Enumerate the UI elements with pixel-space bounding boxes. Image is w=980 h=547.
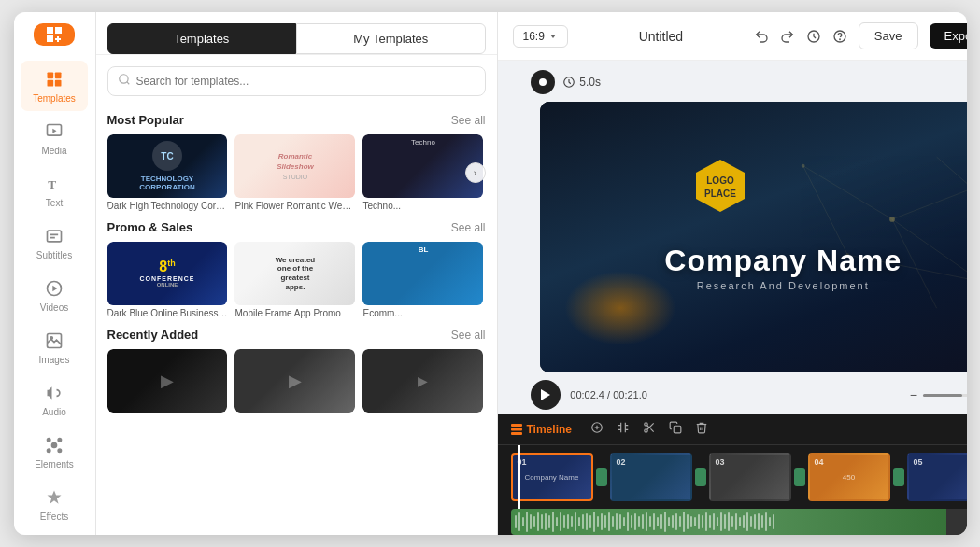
sidebar-label-text: Text — [46, 198, 63, 208]
clip-label-1: Company Name — [521, 473, 583, 482]
template-card-tech[interactable]: TC TECHNOLOGYCORPORATION Dark High Techn… — [107, 134, 228, 211]
clip-label-4: 450 — [839, 473, 859, 482]
timeline-clip-2[interactable]: 02 — [610, 453, 692, 501]
templates-tabs: Templates My Templates — [96, 12, 497, 55]
svg-point-14 — [58, 439, 61, 442]
sidebar-item-images[interactable]: Images — [21, 322, 88, 372]
timeline-split-button[interactable] — [615, 419, 632, 439]
template-card-app[interactable]: We createdone of thegreatestapps. Mobile… — [234, 242, 355, 318]
template-card-recent-3[interactable]: ▶ — [362, 349, 483, 413]
editor-topbar: 16:9 Save Export — [498, 12, 967, 61]
title-input[interactable] — [579, 29, 743, 44]
sidebar-item-audio[interactable]: Audio — [21, 374, 88, 425]
svg-line-26 — [892, 175, 966, 219]
template-card-wedding[interactable]: RomanticSlideshow STUDIO Pink Flower Rom… — [234, 134, 355, 211]
clip-connector-1 — [595, 453, 608, 501]
canvas-toolbar: 5.0s — [531, 70, 966, 94]
conn-icon-3 — [794, 468, 805, 486]
promo-sales-see-all[interactable]: See all — [451, 221, 486, 234]
sidebar-item-effects[interactable]: Effects — [21, 479, 88, 529]
company-subtitle-text: Research And Development — [540, 280, 966, 291]
canvas-background: LOGO PLACE Company Name Research And Dev… — [540, 102, 966, 372]
timeline-clip-3[interactable]: 03 — [709, 453, 791, 501]
most-popular-scroll-btn[interactable]: › — [465, 162, 486, 183]
timeline-clip-1[interactable]: 01 Company Name — [511, 453, 593, 501]
sidebar-item-subtitles[interactable]: Subtitles — [21, 217, 88, 268]
timeline-add-button[interactable] — [589, 419, 605, 439]
recently-added-see-all[interactable]: See all — [451, 329, 486, 342]
export-label: Export — [944, 29, 967, 43]
volume-minus-icon[interactable]: − — [910, 387, 917, 402]
promo-sales-grid: 8th CONFERENCE ONLINE Dark Blue Online B… — [107, 242, 486, 318]
clip-num-4: 04 — [815, 457, 824, 467]
conn-icon-1 — [596, 468, 607, 486]
aspect-ratio-button[interactable]: 16:9 — [513, 25, 568, 48]
timeline-copy-button[interactable] — [667, 419, 684, 439]
videos-icon — [43, 277, 65, 300]
svg-rect-42 — [511, 424, 522, 427]
template-card-ecom[interactable]: BL Ecomm... — [362, 242, 483, 318]
timeline-cut-button[interactable] — [641, 419, 658, 439]
template-card-conference[interactable]: 8th CONFERENCE ONLINE Dark Blue Online B… — [107, 242, 228, 318]
tab-templates[interactable]: Templates — [107, 23, 297, 54]
play-button[interactable] — [531, 380, 561, 410]
most-popular-title: Most Popular — [107, 113, 184, 127]
save-button[interactable]: Save — [859, 22, 918, 49]
sidebar-item-media[interactable]: Media — [21, 113, 88, 163]
sidebar-item-videos[interactable]: Videos — [21, 270, 88, 320]
editor-area: 16:9 Save Export — [498, 12, 967, 535]
export-button[interactable]: Export — [930, 23, 967, 49]
most-popular-grid: TC TECHNOLOGYCORPORATION Dark High Techn… — [107, 134, 486, 211]
company-name-text: Company Name — [540, 244, 966, 278]
media-icon — [43, 120, 65, 143]
svg-rect-6 — [48, 231, 62, 242]
recently-added-title: Recently Added — [107, 328, 199, 342]
sidebar-item-tools[interactable]: Tools — [21, 531, 88, 535]
sidebar-item-text[interactable]: T Text — [21, 165, 88, 216]
sidebar-label-templates: Templates — [33, 93, 76, 104]
clock-button[interactable] — [806, 29, 821, 44]
timeline-clips: 01 Company Name 02 03 — [498, 445, 967, 509]
clip-num-3: 03 — [716, 457, 725, 467]
playback-time: 00:02.4 / 00:21.0 — [570, 389, 647, 400]
sidebar-label-videos: Videos — [40, 302, 68, 313]
template-card-recent-1[interactable]: ▶ — [107, 349, 228, 413]
sidebar-label-subtitles: Subtitles — [36, 250, 72, 260]
search-input[interactable] — [136, 75, 476, 88]
recently-added-header: Recently Added See all — [107, 328, 486, 342]
svg-point-16 — [58, 449, 61, 452]
waveform-pattern — [511, 509, 967, 535]
timeline-label: Timeline — [511, 423, 572, 436]
timeline-clip-5[interactable]: 05 — [907, 453, 967, 501]
timeline-clip-4[interactable]: 04 450 — [808, 453, 890, 501]
undo-button[interactable] — [754, 29, 769, 44]
app-logo[interactable] — [34, 23, 75, 46]
sidebar-item-elements[interactable]: Elements — [21, 427, 88, 477]
svg-marker-17 — [48, 491, 62, 504]
record-button[interactable] — [531, 70, 555, 94]
company-info: Company Name Research And Development — [540, 244, 966, 291]
redo-button[interactable] — [780, 29, 795, 44]
timeline-delete-button[interactable] — [693, 419, 710, 439]
conn-icon-4 — [893, 468, 904, 486]
svg-rect-3 — [55, 80, 62, 87]
template-thumb-ecom-text: BL — [362, 242, 483, 258]
text-icon: T — [43, 173, 65, 195]
sidebar-item-templates[interactable]: Templates — [21, 61, 88, 111]
template-thumb-techno-text: Techno — [362, 134, 483, 150]
clip-num-5: 05 — [914, 457, 923, 467]
sidebar-label-elements: Elements — [35, 459, 74, 470]
svg-point-12 — [52, 443, 57, 448]
help-button[interactable] — [832, 29, 847, 44]
volume-track[interactable] — [923, 394, 967, 397]
clip-connector-2 — [694, 453, 707, 501]
template-card-recent-2[interactable]: ▶ — [234, 349, 355, 413]
svg-marker-39 — [696, 160, 745, 212]
most-popular-see-all[interactable]: See all — [451, 114, 486, 127]
audio-icon — [43, 382, 65, 404]
svg-text:PLACE: PLACE — [705, 189, 737, 199]
search-icon — [118, 73, 131, 90]
tab-my-templates[interactable]: My Templates — [296, 23, 486, 54]
logo-hexagon-svg: LOGO PLACE — [690, 156, 750, 216]
template-label-techno: Techno... — [362, 201, 483, 211]
